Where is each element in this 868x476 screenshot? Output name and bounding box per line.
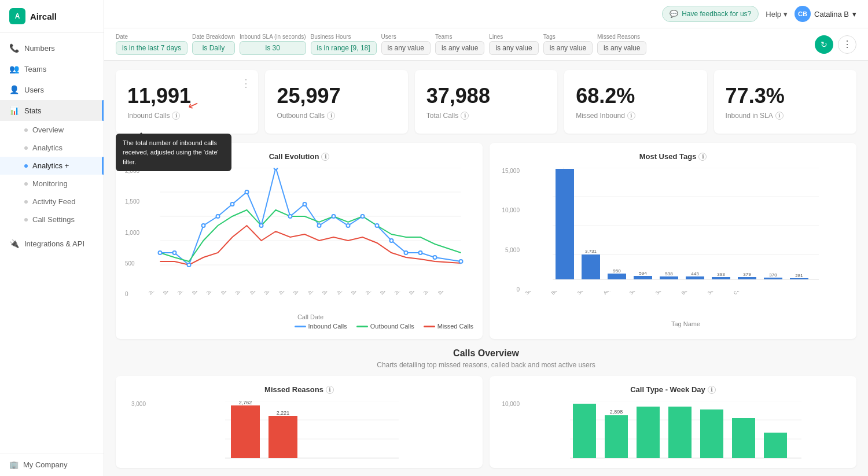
stat-card-sla: 77.3% Inbound in SLA ℹ	[714, 70, 856, 134]
x-label: 2021-12-23	[365, 291, 378, 296]
lines-filter-button[interactable]: is any value	[489, 41, 538, 55]
sidebar-sub-label: Analytics +	[32, 161, 69, 170]
legend-missed: Missed Calls	[424, 323, 473, 330]
svg-point-16	[318, 224, 321, 227]
more-button[interactable]: ⋮	[838, 35, 856, 54]
sidebar-sub-analytics[interactable]: Analytics	[0, 139, 104, 157]
refresh-button[interactable]: ↻	[815, 35, 833, 54]
help-label: Help	[766, 10, 781, 19]
sidebar-sub-label: Activity Feed	[32, 197, 75, 206]
sidebar-item-label: Numbers	[24, 44, 55, 53]
bar-sdr-no-connect	[556, 169, 574, 279]
svg-point-22	[404, 251, 408, 254]
missed-info-icon[interactable]: ℹ	[627, 112, 635, 120]
missed-filter-button[interactable]: is any value	[597, 41, 646, 55]
feedback-button[interactable]: 💬 Have feedback for us?	[662, 6, 759, 22]
help-button[interactable]: Help ▾	[766, 10, 788, 19]
hours-filter-button[interactable]: is in range [9, 18]	[311, 41, 377, 55]
svg-text:2,898: 2,898	[610, 409, 623, 415]
outbound-calls-label: Outbound Calls ℹ	[277, 112, 396, 120]
svg-point-15	[303, 202, 307, 206]
svg-point-24	[433, 256, 437, 259]
card-menu-icon[interactable]: ⋮	[241, 77, 251, 90]
svg-point-25	[459, 260, 463, 263]
tags-filter-button[interactable]: is any value	[543, 41, 593, 55]
x-label: 2021-12-29	[408, 291, 421, 296]
call-type-week-day-title: Call Type - Week Day ℹ	[499, 385, 847, 394]
calls-overview-section: Calls Overview Charts detailing top miss…	[116, 348, 856, 369]
sidebar-item-users[interactable]: 👤 Users	[0, 79, 104, 100]
sidebar-sub-activity-feed[interactable]: Activity Feed	[0, 193, 104, 211]
missed-reasons-info-icon[interactable]: ℹ	[326, 386, 334, 394]
sidebar-sub-monitoring[interactable]: Monitoring	[0, 175, 104, 193]
tag-label: BDR_LVM	[681, 291, 701, 296]
filter-missed: Missed Reasons is any value	[597, 34, 646, 55]
sidebar-item-numbers[interactable]: 📞 Numbers	[0, 38, 104, 58]
svg-point-5	[159, 251, 162, 254]
legend-outbound-label: Outbound Calls	[370, 323, 414, 330]
inbound-calls-label: Inbound Calls ℹ	[127, 112, 247, 120]
x-label: 2021-12-17	[321, 291, 334, 296]
svg-point-23	[419, 251, 422, 254]
sla-filter-button[interactable]: is 30	[240, 41, 306, 55]
sidebar-sub-call-settings[interactable]: Call Settings	[0, 211, 104, 228]
svg-point-13	[274, 168, 278, 169]
sub-dot	[24, 182, 28, 186]
y-tick-0: 0	[125, 291, 145, 297]
sidebar-item-stats[interactable]: 📊 Stats	[0, 100, 104, 121]
missed-reasons-title: Missed Reasons ℹ	[125, 385, 473, 394]
tag-label: Call Done	[733, 291, 753, 296]
sub-dot	[24, 146, 28, 150]
tags-y-5000: 5,000	[499, 247, 520, 253]
call-type-week-day-card: Call Type - Week Day ℹ 10,000	[490, 376, 856, 468]
filters-bar: Date is in the last 7 days Date Breakdow…	[104, 28, 868, 61]
svg-point-20	[376, 224, 379, 227]
sidebar-item-integrations[interactable]: 🔌 Integrations & API	[0, 233, 104, 254]
call-type-info-icon[interactable]: ℹ	[708, 386, 716, 394]
user-menu[interactable]: CB Catalina B ▾	[795, 6, 856, 22]
user-avatar: CB	[795, 6, 811, 22]
svg-point-9	[216, 215, 220, 218]
stats-icon: 📊	[9, 106, 19, 115]
total-info-icon[interactable]: ℹ	[461, 112, 469, 120]
teams-filter-button[interactable]: is any value	[435, 41, 484, 55]
chevron-down-icon: ▾	[784, 10, 788, 19]
sidebar-footer[interactable]: 🏢 My Company	[0, 453, 104, 476]
user-chevron-icon: ▾	[852, 10, 856, 19]
stats-cards-row: ⋮ 11,991 Inbound Calls ℹ ↙ The total num…	[116, 70, 856, 134]
bottom-charts-row: Missed Reasons ℹ 3,000	[116, 376, 856, 468]
svg-text:281: 281	[795, 273, 803, 278]
users-filter-button[interactable]: is any value	[381, 41, 431, 55]
active-indicator	[102, 157, 104, 175]
call-evolution-card: Call Evolution ℹ 2,000 1,500 1,000 500 0	[116, 143, 483, 339]
svg-point-11	[245, 190, 249, 194]
x-label: 2021-12-01	[205, 291, 219, 296]
active-indicator	[102, 100, 104, 121]
legend-outbound: Outbound Calls	[356, 323, 414, 330]
teams-icon: 👥	[9, 64, 19, 73]
x-label: 2021-12-07	[249, 291, 262, 296]
user-name: Catalina B	[814, 10, 849, 19]
sidebar-sub-label: Monitoring	[32, 179, 68, 188]
sla-info-icon[interactable]: ℹ	[775, 112, 784, 120]
feedback-icon: 💬	[670, 10, 678, 18]
sidebar-item-teams[interactable]: 👥 Teams	[0, 58, 104, 79]
breakdown-filter-button[interactable]: is Daily	[192, 41, 235, 55]
outbound-info-icon[interactable]: ℹ	[327, 112, 335, 120]
sidebar-item-label: Integrations & API	[24, 239, 84, 248]
sidebar-sub-overview[interactable]: Overview	[0, 121, 104, 139]
numbers-icon: 📞	[9, 43, 19, 53]
date-filter-button[interactable]: is in the last 7 days	[116, 41, 187, 55]
x-label: 2021-11-29	[191, 291, 204, 296]
svg-point-7	[187, 263, 191, 267]
sidebar-item-label: Teams	[24, 65, 46, 73]
week-bar-2	[605, 415, 628, 458]
inbound-info-icon[interactable]: ℹ	[172, 112, 180, 120]
sidebar-nav: 📞 Numbers 👥 Teams 👤 Users 📊 Stats Overvi…	[0, 33, 104, 453]
calls-overview-title: Calls Overview	[116, 348, 856, 359]
sidebar-sub-analytics-plus[interactable]: Analytics +	[0, 157, 104, 175]
x-axis-label: Call Date	[148, 313, 473, 320]
tags-info-icon[interactable]: ℹ	[698, 153, 707, 161]
evolution-info-icon[interactable]: ℹ	[321, 153, 329, 161]
x-label: 2021-12-31	[422, 291, 436, 296]
